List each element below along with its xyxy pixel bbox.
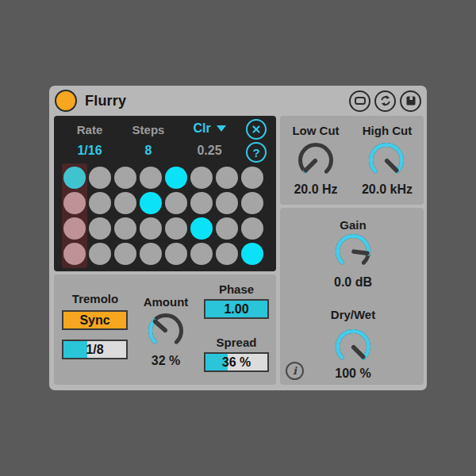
dry-wet-knob[interactable] bbox=[332, 326, 374, 367]
tremolo-panel: Tremolo Sync 1/8 Amount 32 % Phase 1.00 … bbox=[54, 274, 276, 385]
step-dot[interactable] bbox=[241, 192, 263, 214]
high-cut-value: 20.0 kHz bbox=[355, 182, 420, 197]
step-dot[interactable] bbox=[63, 217, 86, 240]
low-cut-knob[interactable] bbox=[295, 140, 336, 181]
step-dot[interactable] bbox=[63, 243, 86, 265]
phase-box[interactable]: 1.00 bbox=[204, 299, 269, 319]
step-dot[interactable] bbox=[216, 217, 238, 240]
sync-button[interactable]: Sync bbox=[62, 310, 128, 330]
step-grid bbox=[63, 167, 263, 265]
device-title-bar: Flurry bbox=[49, 86, 427, 116]
step-dot[interactable] bbox=[114, 217, 136, 240]
step-dot[interactable] bbox=[89, 192, 111, 214]
gain-label: Gain bbox=[321, 218, 386, 232]
steps-label: Steps bbox=[124, 123, 173, 136]
step-dot[interactable] bbox=[165, 192, 187, 214]
spread-box[interactable]: 36 % bbox=[204, 352, 269, 372]
sync-rate-fill bbox=[63, 341, 87, 358]
rate-label: Rate bbox=[65, 123, 114, 136]
sync-rate-value: 1/8 bbox=[86, 343, 103, 357]
dry-wet-value: 100 % bbox=[321, 367, 386, 381]
save-icon bbox=[405, 94, 417, 107]
step-dot[interactable] bbox=[63, 192, 86, 214]
tremolo-label: Tremolo bbox=[62, 292, 129, 305]
step-dot[interactable] bbox=[165, 167, 187, 189]
step-dot[interactable] bbox=[216, 243, 238, 265]
jitter-value[interactable]: 0.25 bbox=[179, 144, 240, 158]
sequencer-panel: Rate 1/16 Steps 8 Clr 0.25 ? bbox=[54, 116, 276, 271]
step-dot[interactable] bbox=[190, 217, 213, 240]
clear-dropdown[interactable]: Clr bbox=[179, 121, 240, 136]
step-dot[interactable] bbox=[241, 217, 263, 240]
device-title: Flurry bbox=[85, 93, 126, 109]
step-dot[interactable] bbox=[140, 167, 162, 189]
help-button[interactable]: ? bbox=[246, 142, 267, 163]
step-dot[interactable] bbox=[114, 243, 136, 265]
step-dot[interactable] bbox=[63, 167, 86, 189]
step-dot[interactable] bbox=[140, 217, 162, 240]
output-panel: Gain 0.0 dB Dry/Wet 100 % i bbox=[280, 208, 424, 385]
low-cut-value: 20.0 Hz bbox=[284, 182, 347, 197]
banks-button[interactable] bbox=[349, 90, 370, 112]
step-dot[interactable] bbox=[190, 243, 213, 265]
step-dot[interactable] bbox=[89, 217, 111, 240]
device-activator-toggle[interactable] bbox=[55, 90, 77, 112]
phase-value: 1.00 bbox=[224, 302, 248, 317]
sync-rate-box[interactable]: 1/8 bbox=[62, 340, 128, 359]
help-icon: ? bbox=[252, 146, 259, 159]
spread-label: Spread bbox=[204, 336, 269, 349]
high-cut-label: High Cut bbox=[355, 124, 420, 137]
flurry-device: Flurry bbox=[49, 86, 427, 390]
step-dot[interactable] bbox=[190, 192, 213, 214]
rate-value[interactable]: 1/16 bbox=[65, 144, 114, 158]
step-dot[interactable] bbox=[165, 243, 187, 265]
banks-icon bbox=[354, 94, 367, 107]
step-dot[interactable] bbox=[140, 243, 162, 265]
steps-value[interactable]: 8 bbox=[124, 144, 173, 158]
step-dot[interactable] bbox=[89, 167, 111, 189]
gain-value: 0.0 dB bbox=[321, 275, 386, 290]
step-dot[interactable] bbox=[190, 167, 213, 189]
amount-value: 32 % bbox=[134, 354, 198, 368]
phase-label: Phase bbox=[204, 282, 269, 296]
close-button[interactable] bbox=[246, 119, 267, 140]
close-icon bbox=[251, 125, 261, 134]
dry-wet-label: Dry/Wet bbox=[321, 308, 386, 321]
high-cut-knob[interactable] bbox=[366, 140, 407, 181]
step-dot[interactable] bbox=[241, 167, 263, 189]
step-dot[interactable] bbox=[140, 192, 162, 214]
info-button[interactable]: i bbox=[286, 362, 304, 380]
hotswap-icon bbox=[379, 94, 392, 107]
amount-label: Amount bbox=[134, 295, 198, 309]
step-grid-wrap bbox=[63, 167, 263, 265]
step-dot[interactable] bbox=[89, 243, 111, 265]
filter-panel: Low Cut 20.0 Hz High Cut 20.0 kHz bbox=[280, 116, 424, 205]
step-dot[interactable] bbox=[216, 192, 238, 214]
info-icon: i bbox=[293, 365, 297, 377]
step-dot[interactable] bbox=[241, 243, 263, 265]
step-dot[interactable] bbox=[114, 192, 136, 214]
gain-knob[interactable] bbox=[332, 231, 374, 272]
low-cut-label: Low Cut bbox=[284, 124, 347, 137]
step-dot[interactable] bbox=[114, 167, 136, 189]
save-preset-button[interactable] bbox=[400, 90, 421, 112]
step-dot[interactable] bbox=[165, 217, 187, 240]
chevron-down-icon bbox=[217, 125, 226, 132]
amount-knob[interactable] bbox=[145, 310, 186, 351]
hotswap-button[interactable] bbox=[374, 90, 396, 112]
spread-value: 36 % bbox=[222, 355, 251, 370]
clear-dropdown-label: Clr bbox=[193, 121, 210, 136]
step-dot[interactable] bbox=[216, 167, 238, 189]
